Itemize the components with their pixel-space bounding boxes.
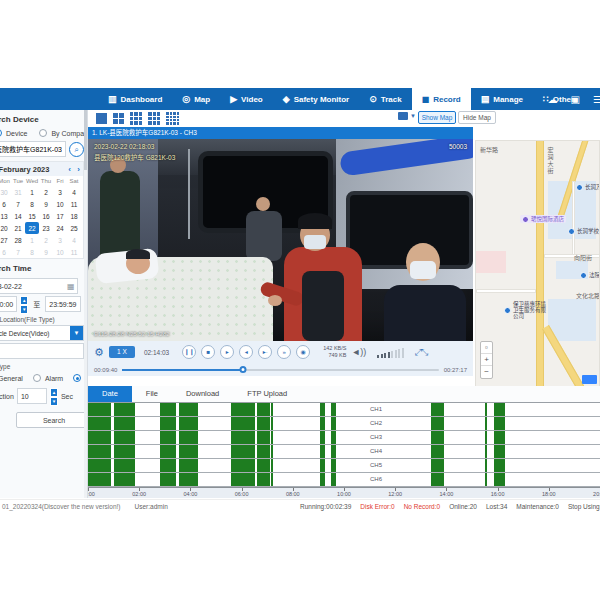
calendar-day-cell[interactable]: 6 xyxy=(0,198,11,210)
recording-segment[interactable] xyxy=(88,445,111,458)
slow-play-button[interactable]: ▸· xyxy=(258,345,272,359)
inspection-input[interactable] xyxy=(17,388,47,404)
nav-tab-safety-monitor[interactable]: ◈Safety Monitor xyxy=(273,88,359,110)
calendar-day-cell[interactable]: 4 xyxy=(67,234,81,246)
recording-segment[interactable] xyxy=(179,417,198,430)
recording-segment[interactable] xyxy=(179,445,198,458)
recording-segment[interactable] xyxy=(179,403,198,416)
device-radio[interactable] xyxy=(0,129,2,137)
recording-segment[interactable] xyxy=(114,473,134,486)
calendar-day-cell[interactable]: 27 xyxy=(0,234,11,246)
calendar-day-cell[interactable]: 28 xyxy=(11,234,25,246)
recording-segment[interactable] xyxy=(320,445,325,458)
calendar-day-cell[interactable]: 16 xyxy=(39,210,53,222)
calendar-day-cell[interactable]: 10 xyxy=(53,246,67,258)
menu-icon[interactable]: ☰ xyxy=(593,94,600,105)
recording-segment[interactable] xyxy=(257,403,270,416)
recording-segment[interactable] xyxy=(485,459,488,472)
calendar-day-cell[interactable]: 11 xyxy=(67,198,81,210)
calendar-day-cell[interactable]: 7 xyxy=(11,246,25,258)
recording-segment[interactable] xyxy=(114,445,134,458)
calendar-day-cell[interactable]: 25 xyxy=(67,222,81,234)
calendar-day-cell[interactable]: 18 xyxy=(67,210,81,222)
skin-icon[interactable]: ▣ xyxy=(571,94,580,105)
calendar-day-cell[interactable]: 1 xyxy=(25,186,39,198)
recording-segment[interactable] xyxy=(231,445,254,458)
recording-segment[interactable] xyxy=(179,431,198,444)
snapshot-button[interactable]: ◉ xyxy=(296,345,310,359)
recording-segment[interactable] xyxy=(257,417,270,430)
recording-segment[interactable] xyxy=(231,417,254,430)
map-poi[interactable]: 长润万达 xyxy=(576,183,600,191)
end-time-value[interactable]: 23:59:59 xyxy=(45,296,80,312)
recording-segment[interactable] xyxy=(331,431,336,444)
recording-segment[interactable] xyxy=(160,445,177,458)
calendar-day-cell[interactable]: 20 xyxy=(0,222,11,234)
recording-segment[interactable] xyxy=(231,403,254,416)
recording-segment[interactable] xyxy=(257,459,270,472)
step-back-button[interactable]: ◂ xyxy=(239,345,253,359)
layout-9-button[interactable] xyxy=(148,112,160,124)
recording-segment[interactable] xyxy=(331,459,336,472)
recording-segment[interactable] xyxy=(494,431,505,444)
search-button[interactable]: Search xyxy=(16,412,88,428)
recording-segment[interactable] xyxy=(231,473,254,486)
recording-segment[interactable] xyxy=(331,473,336,486)
recording-segment[interactable] xyxy=(320,403,325,416)
layout-4-button[interactable] xyxy=(113,113,124,124)
recording-segment[interactable] xyxy=(431,403,444,416)
recording-segment[interactable] xyxy=(494,459,505,472)
timeline-tab-ftp-upload[interactable]: FTP Upload xyxy=(233,386,301,402)
calendar-day-cell[interactable]: 22 xyxy=(25,222,39,234)
volume-bars[interactable] xyxy=(377,347,404,358)
calendar-day-cell[interactable]: 9 xyxy=(39,198,53,210)
recording-segment[interactable] xyxy=(320,473,325,486)
hide-map-button[interactable]: Hide Map xyxy=(458,111,496,124)
recording-segment[interactable] xyxy=(88,473,111,486)
calendar-day-cell[interactable]: 7 xyxy=(11,198,25,210)
recording-segment[interactable] xyxy=(485,445,488,458)
layout-6-button[interactable] xyxy=(130,112,142,124)
calendar-day-cell[interactable]: 6 xyxy=(0,246,11,258)
recording-segment[interactable] xyxy=(331,445,336,458)
calendar-next-icon[interactable]: › xyxy=(74,165,83,174)
playback-speed-button[interactable]: 1 X xyxy=(109,346,135,358)
calendar-prev-icon[interactable]: ‹ xyxy=(65,165,74,174)
recording-segment[interactable] xyxy=(160,403,177,416)
calendar-day-cell[interactable]: 8 xyxy=(25,198,39,210)
screen-count-dropdown[interactable]: ▼ xyxy=(398,112,416,120)
calendar-day-cell[interactable]: 3 xyxy=(53,186,67,198)
chevron-down-icon[interactable]: ▼ xyxy=(70,326,83,341)
nav-tab-record[interactable]: ◼Record xyxy=(412,88,471,110)
recording-segment[interactable] xyxy=(271,473,273,486)
recording-segment[interactable] xyxy=(331,403,336,416)
progress-track[interactable] xyxy=(122,369,438,371)
timeline-tab-download[interactable]: Download xyxy=(172,386,233,402)
version-text[interactable]: 01_20220324(Discover the new version!) xyxy=(2,503,121,510)
calendar-day-cell[interactable]: 13 xyxy=(0,210,11,222)
calendar-day-cell[interactable]: 2 xyxy=(39,234,53,246)
recording-segment[interactable] xyxy=(114,403,134,416)
inspection-stepper[interactable]: ▲▼ xyxy=(50,388,58,404)
recording-segment[interactable] xyxy=(494,403,505,416)
search-icon[interactable]: ⌕ xyxy=(69,142,84,157)
recording-segment[interactable] xyxy=(88,403,111,416)
recording-segment[interactable] xyxy=(257,445,270,458)
recording-segment[interactable] xyxy=(271,417,273,430)
recording-segment[interactable] xyxy=(485,403,488,416)
recording-segment[interactable] xyxy=(88,431,111,444)
layout-1-button[interactable] xyxy=(96,113,107,124)
recording-segment[interactable] xyxy=(160,473,177,486)
recording-segment[interactable] xyxy=(485,431,488,444)
pause-button[interactable]: ❙❙ xyxy=(182,345,196,359)
settings-gear-icon[interactable]: ⚙ xyxy=(94,346,104,359)
recording-segment[interactable] xyxy=(320,417,325,430)
map-poi[interactable]: 珺悦国际酒店 xyxy=(520,215,566,223)
show-map-button[interactable]: Show Map xyxy=(418,111,456,124)
calendar-day-cell[interactable]: 4 xyxy=(67,186,81,198)
stop-button[interactable]: ■ xyxy=(201,345,215,359)
map-layer-button[interactable]: ▫ xyxy=(481,342,492,354)
calendar-day-cell[interactable]: 10 xyxy=(53,198,67,210)
recording-segment[interactable] xyxy=(114,459,134,472)
recording-segment[interactable] xyxy=(179,459,198,472)
